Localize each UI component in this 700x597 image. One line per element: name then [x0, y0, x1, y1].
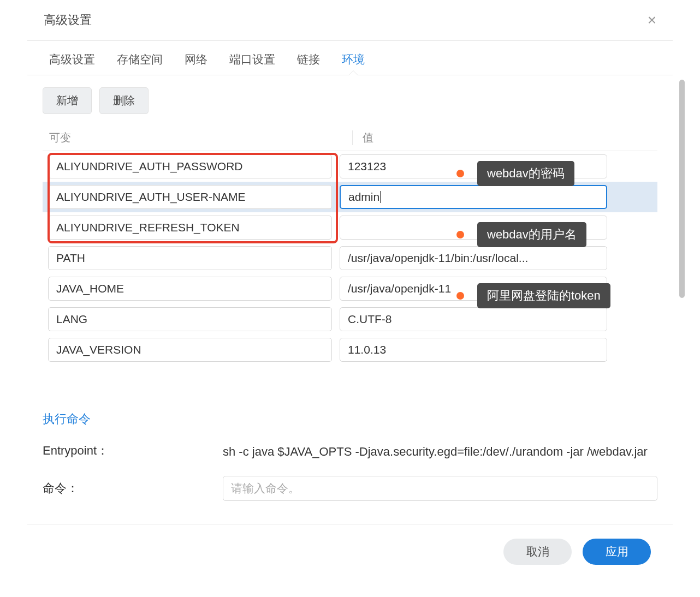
command-input[interactable]: 请输入命令。: [223, 476, 657, 501]
env-table-body: ALIYUNDRIVE_AUTH_PASSWORD 123123 webdav的…: [43, 151, 657, 400]
annotation-dot-icon: [456, 170, 464, 177]
annotation-tip: 阿里网盘登陆的token: [477, 283, 610, 308]
tab-storage[interactable]: 存储空间: [117, 52, 163, 75]
tab-environment[interactable]: 环境: [342, 52, 365, 75]
annotation: webdav的密码: [456, 161, 574, 186]
dialog-header: 高级设置 ×: [27, 0, 673, 41]
annotation-dot-icon: [456, 292, 464, 300]
env-value-input[interactable]: /usr/java/openjdk-11/bin:/usr/local...: [340, 246, 607, 270]
tab-ports[interactable]: 端口设置: [229, 52, 275, 75]
tab-advanced[interactable]: 高级设置: [49, 52, 95, 75]
annotation: webdav的用户名: [456, 222, 586, 247]
entrypoint-value: sh -c java $JAVA_OPTS -Djava.security.eg…: [223, 443, 657, 461]
env-key-input[interactable]: JAVA_HOME: [48, 277, 332, 301]
env-value-input[interactable]: C.UTF-8: [340, 307, 607, 331]
env-key-input[interactable]: ALIYUNDRIVE_AUTH_USER-NAME: [48, 185, 332, 209]
settings-dialog: 高级设置 × 高级设置 存储空间 网络 端口设置 链接 环境 新增 删除 可变 …: [27, 0, 673, 579]
entrypoint-label: Entrypoint：: [43, 443, 223, 461]
env-key-input[interactable]: ALIYUNDRIVE_REFRESH_TOKEN: [48, 216, 332, 240]
annotation-tip: webdav的用户名: [477, 222, 586, 247]
delete-button[interactable]: 删除: [99, 87, 149, 114]
annotation-tip: webdav的密码: [477, 161, 574, 186]
env-key-input[interactable]: PATH: [48, 246, 332, 270]
content-area: 新增 删除 可变 值 ALIYUNDRIVE_AUTH_PASSWORD 123…: [27, 75, 673, 509]
tab-bar: 高级设置 存储空间 网络 端口设置 链接 环境: [27, 41, 673, 75]
exec-command-section: 执行命令: [43, 400, 657, 435]
env-value-input[interactable]: admin: [340, 185, 607, 209]
col-header-key: 可变: [49, 130, 352, 145]
add-button[interactable]: 新增: [43, 87, 92, 114]
env-key-input[interactable]: JAVA_VERSION: [48, 338, 332, 362]
env-key-input[interactable]: LANG: [48, 307, 332, 331]
tab-network[interactable]: 网络: [185, 52, 207, 75]
env-value-input[interactable]: 11.0.13: [340, 338, 607, 362]
table-header: 可变 值: [43, 126, 657, 151]
table-row[interactable]: ALIYUNDRIVE_AUTH_PASSWORD 123123 webdav的…: [43, 151, 657, 182]
annotation: 阿里网盘登陆的token: [456, 283, 610, 308]
col-header-value: 值: [352, 130, 651, 145]
cancel-button[interactable]: 取消: [503, 539, 572, 565]
dialog-title: 高级设置: [44, 12, 92, 28]
annotation-dot-icon: [456, 231, 464, 238]
command-row: 命令： 请输入命令。: [43, 468, 657, 509]
dialog-footer: 取消 应用: [27, 524, 673, 579]
toolbar: 新增 删除: [43, 75, 657, 126]
env-key-input[interactable]: ALIYUNDRIVE_AUTH_PASSWORD: [48, 154, 332, 178]
table-row[interactable]: ALIYUNDRIVE_AUTH_USER-NAME admin webdav的…: [43, 182, 657, 212]
scrollbar[interactable]: [679, 80, 685, 298]
command-label: 命令：: [43, 480, 223, 497]
entrypoint-row: Entrypoint： sh -c java $JAVA_OPTS -Djava…: [43, 435, 657, 468]
table-row[interactable]: PATH /usr/java/openjdk-11/bin:/usr/local…: [43, 243, 657, 273]
close-icon[interactable]: ×: [648, 13, 656, 28]
exec-command-link[interactable]: 执行命令: [43, 412, 91, 426]
apply-button[interactable]: 应用: [583, 539, 651, 565]
tab-links[interactable]: 链接: [297, 52, 320, 75]
table-row[interactable]: LANG C.UTF-8: [43, 304, 657, 335]
table-row[interactable]: JAVA_VERSION 11.0.13: [43, 335, 657, 365]
